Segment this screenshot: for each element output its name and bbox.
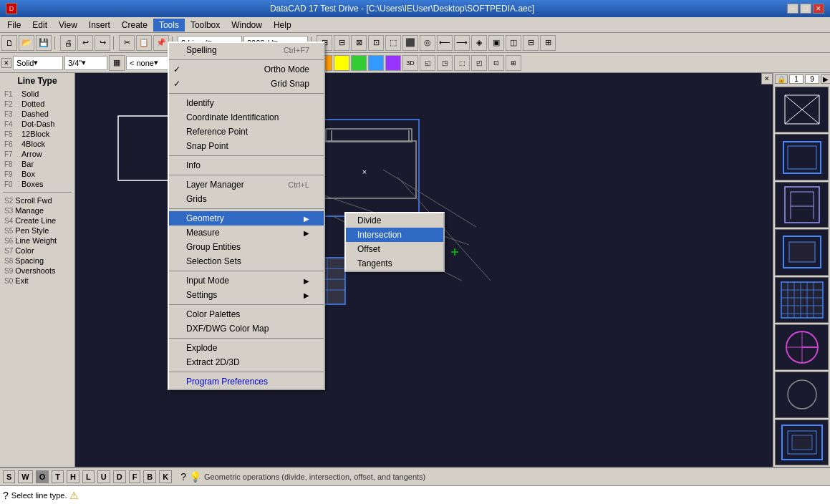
menu-color-palettes[interactable]: Color Palettes (169, 307, 324, 321)
rp-arrow-btn[interactable]: ▶ (821, 74, 830, 84)
status-btn-s[interactable]: S (3, 470, 15, 483)
linetype-dotdash[interactable]: F4 Dot-Dash (3, 119, 72, 129)
menu-group-entities[interactable]: Group Entities (169, 240, 324, 254)
cmd-pen-style[interactable]: S5 Pen Style (3, 226, 72, 236)
tb2-grid-btn[interactable]: ▦ (109, 55, 125, 71)
cmd-overshoots[interactable]: S9 Overshoots (3, 266, 72, 276)
tb-btn5[interactable]: ⬚ (385, 35, 401, 51)
tb-redo[interactable]: ↪ (95, 35, 110, 51)
menu-geometry[interactable]: Geometry ▶ (169, 211, 324, 226)
submenu-tangents[interactable]: Tangents (346, 256, 443, 271)
menu-explode[interactable]: Explode (169, 341, 324, 355)
cmd-color[interactable]: S7 Color (3, 246, 72, 256)
menu-tools[interactable]: Tools (153, 19, 185, 32)
tb2-close[interactable]: ✕ (1, 58, 11, 68)
thumb-8[interactable] (775, 420, 829, 465)
menu-program-prefs[interactable]: Program Preferences (169, 374, 324, 389)
status-btn-b[interactable]: B (143, 470, 156, 483)
menu-settings[interactable]: Settings ▶ (169, 288, 324, 302)
thumb-1[interactable] (775, 87, 829, 132)
tb-open[interactable]: 📂 (19, 35, 34, 51)
tb-save[interactable]: 💾 (36, 35, 52, 51)
menu-dxf-color-map[interactable]: DXF/DWG Color Map (169, 321, 324, 336)
menu-edit[interactable]: Edit (26, 19, 53, 32)
tb-print[interactable]: 🖨 (60, 35, 76, 51)
tb-cut[interactable]: ✂ (119, 35, 135, 51)
menu-extract-2d3d[interactable]: Extract 2D/3D (169, 355, 324, 369)
submenu-offset[interactable]: Offset (346, 242, 443, 256)
status-btn-k[interactable]: K (159, 470, 172, 483)
menu-create[interactable]: Create (116, 19, 153, 32)
tb-btn7[interactable]: ◎ (420, 35, 435, 51)
cmd-exit[interactable]: S0 Exit (3, 276, 72, 286)
menu-coord-id[interactable]: Coordinate Identification (169, 110, 324, 125)
tb2-col5[interactable] (368, 55, 384, 71)
tb2-3d4[interactable]: ⬚ (454, 55, 470, 71)
tb-btn11[interactable]: ▣ (488, 35, 504, 51)
submenu-divide[interactable]: Divide (346, 213, 443, 228)
tb2-linewidth-dropdown[interactable]: 3/4"▾ (64, 56, 107, 70)
tb-btn8[interactable]: ⟵ (437, 35, 453, 51)
menu-file[interactable]: File (1, 19, 26, 32)
tb2-col3[interactable] (334, 55, 349, 71)
menu-help[interactable]: Help (268, 19, 297, 32)
linetype-bar[interactable]: F8 Bar (3, 159, 72, 169)
menu-spelling[interactable]: Spelling Ctrl+F7 (169, 43, 324, 57)
linetype-boxes[interactable]: F0 Boxes (3, 179, 72, 189)
thumb-5[interactable] (775, 277, 829, 323)
rp-lock-btn[interactable]: 🔒 (775, 74, 788, 84)
tb2-3d6[interactable]: ⊡ (488, 55, 504, 71)
tb-new[interactable]: 🗋 (1, 35, 17, 51)
status-btn-d[interactable]: D (113, 470, 126, 483)
tb-btn14[interactable]: ⊞ (540, 35, 556, 51)
tb-btn2[interactable]: ⊟ (334, 35, 349, 51)
cmd-line-weight[interactable]: S6 Line Weight (3, 236, 72, 246)
tb2-col6[interactable] (385, 55, 401, 71)
menu-input-mode[interactable]: Input Mode ▶ (169, 273, 324, 288)
cmd-manage[interactable]: S3 Manage (3, 205, 72, 215)
canvas-close-btn[interactable]: ✕ (761, 73, 773, 84)
tb-btn4[interactable]: ⊡ (368, 35, 384, 51)
thumb-6[interactable] (775, 324, 829, 370)
status-btn-t[interactable]: T (52, 470, 64, 483)
status-btn-f[interactable]: F (129, 470, 141, 483)
maximize-button[interactable]: □ (800, 4, 811, 14)
tb-btn10[interactable]: ◈ (471, 35, 487, 51)
thumb-7[interactable] (775, 372, 829, 417)
cmd-create-line[interactable]: S4 Create Line (3, 215, 72, 226)
cmd-spacing[interactable]: S8 Spacing (3, 256, 72, 266)
tb2-3d1[interactable]: 3D (402, 55, 418, 71)
tb2-col4[interactable] (351, 55, 367, 71)
tb2-linestyle-dropdown[interactable]: Solid▾ (13, 56, 63, 70)
linetype-dotted[interactable]: F2 Dotted (3, 99, 72, 109)
tb-btn3[interactable]: ⊠ (351, 35, 367, 51)
status-btn-o[interactable]: O (36, 470, 49, 483)
menu-snap-point[interactable]: Snap Point (169, 139, 324, 153)
status-btn-h[interactable]: H (67, 470, 79, 483)
tb2-3d7[interactable]: ⊞ (506, 55, 521, 71)
tb-undo[interactable]: ↩ (77, 35, 93, 51)
menu-toolbox[interactable]: Toolbox (185, 19, 226, 32)
status-btn-w[interactable]: W (18, 470, 32, 483)
submenu-intersection[interactable]: Intersection (346, 228, 443, 242)
status-btn-l[interactable]: L (82, 470, 95, 483)
menu-layer-manager[interactable]: Layer Manager Ctrl+L (169, 178, 324, 192)
tb-btn6[interactable]: ⬛ (402, 35, 418, 51)
linetype-12block[interactable]: F5 12Block (3, 129, 72, 139)
minimize-button[interactable]: ─ (787, 4, 798, 14)
linetype-dashed[interactable]: F3 Dashed (3, 109, 72, 119)
tb2-3d5[interactable]: ◰ (471, 55, 487, 71)
menu-ref-point[interactable]: Reference Point (169, 125, 324, 139)
menu-view[interactable]: View (53, 19, 83, 32)
tb2-3d2[interactable]: ◱ (420, 55, 435, 71)
close-button[interactable]: ✕ (813, 4, 824, 14)
menu-grids[interactable]: Grids (169, 192, 324, 206)
thumb-2[interactable] (775, 134, 829, 180)
tb-btn13[interactable]: ⊟ (523, 35, 539, 51)
menu-window[interactable]: Window (226, 19, 268, 32)
tb-copy[interactable]: 📋 (136, 35, 152, 51)
tb-paste[interactable]: 📌 (153, 35, 169, 51)
thumb-4[interactable] (775, 229, 829, 275)
linetype-box[interactable]: F9 Box (3, 169, 72, 179)
menu-grid-snap[interactable]: ✓ Grid Snap (169, 77, 324, 91)
